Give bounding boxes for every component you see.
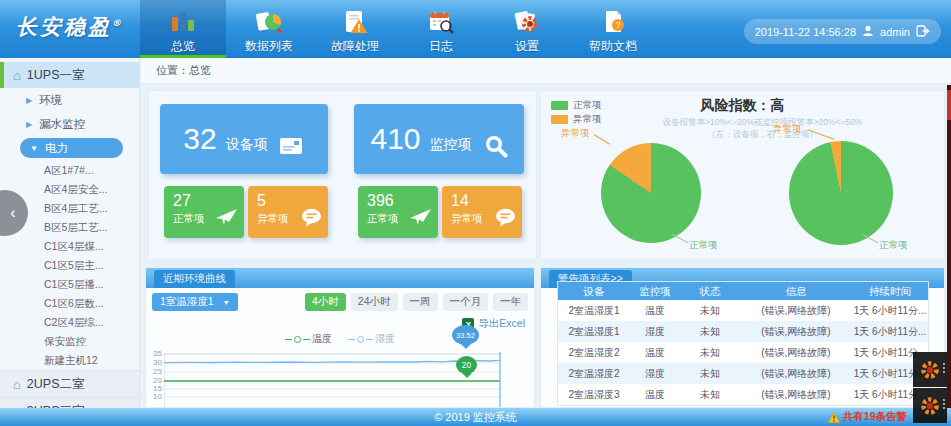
settings-gear-icon bbox=[512, 6, 542, 38]
monitor-count-card[interactable]: 410 监控项 bbox=[354, 104, 524, 174]
trend-panel-header: 近期环境曲线 bbox=[146, 268, 534, 288]
device-count-card[interactable]: 32 设备项 bbox=[160, 104, 328, 174]
sidebar-group-1ups[interactable]: ⌂ 1UPS一室 bbox=[0, 62, 139, 88]
column-header: 信息 bbox=[740, 282, 852, 300]
magnifier-icon bbox=[483, 134, 508, 158]
gear-icon bbox=[919, 395, 941, 417]
column-header: 监控项 bbox=[630, 282, 680, 300]
sidebar-leaf[interactable]: 新建主机12 bbox=[0, 351, 139, 370]
range-button-4h[interactable]: 4小时 bbox=[305, 293, 346, 311]
alerts-panel: 警告项列表>> 设备 监控项 状态 信息 持续时间 2室温湿度1 温度 未知 (… bbox=[540, 267, 945, 408]
table-row[interactable]: 2室温湿度1 温度 未知 (错误,网络故障) 1天 6小时11分... bbox=[558, 300, 928, 321]
device-count-label: 设备项 bbox=[226, 136, 268, 154]
range-button-month[interactable]: 一个月 bbox=[443, 293, 489, 311]
device-count: 32 bbox=[183, 122, 216, 156]
monitor-risk-pie[interactable] bbox=[789, 141, 893, 245]
humidity-value-pin: 33.52 bbox=[452, 325, 479, 345]
sidebar-branch-power-selected[interactable]: ▼ 电力 bbox=[20, 138, 123, 158]
device-card-icon bbox=[279, 136, 305, 156]
table-row[interactable]: 2室温湿度1 湿度 未知 (错误,网络故障) 1天 6小时11分... bbox=[558, 321, 928, 342]
legend-temperature[interactable]: 温度 bbox=[285, 332, 332, 346]
trend-line-chart[interactable] bbox=[164, 350, 504, 408]
trend-panel: 近期环境曲线 1室温湿度1 ▼ 4小时 24小时 一周 一个月 一年 X 导出E… bbox=[145, 267, 535, 408]
overlay-gear-widget-bottom[interactable] bbox=[913, 388, 947, 423]
device-risk-pie[interactable] bbox=[601, 143, 701, 243]
cell-monitor: 温度 bbox=[630, 342, 680, 363]
monitor-abnormal-count: 14 bbox=[451, 193, 522, 209]
nav-tab-label: 数据列表 bbox=[245, 38, 293, 54]
monitor-abnormal-card[interactable]: 14 异常项 bbox=[442, 186, 522, 238]
fault-document-icon bbox=[340, 6, 370, 38]
nav-tab-logs[interactable]: 日志 bbox=[398, 0, 484, 58]
overlay-gear-widget-top[interactable] bbox=[913, 352, 947, 387]
user-icon bbox=[862, 25, 874, 38]
legend-humidity[interactable]: 湿度 bbox=[348, 332, 395, 346]
nav-tab-label: 日志 bbox=[429, 38, 453, 54]
nav-tab-label: 故障处理 bbox=[331, 38, 379, 54]
sidebar-leaf[interactable]: C2区4层综... bbox=[0, 313, 139, 332]
table-row[interactable]: 2室温湿度3 温度 未知 (错误,网络故障) 1天 6小时11分... bbox=[558, 384, 928, 405]
sidebar-leaf[interactable]: 保安监控 bbox=[0, 332, 139, 351]
sidebar-branch-label: 漏水监控 bbox=[39, 117, 85, 132]
cell-info: (错误,网络故障) bbox=[740, 321, 852, 342]
cell-monitor: 温度 bbox=[630, 300, 680, 321]
monitor-normal-count: 396 bbox=[367, 193, 438, 209]
range-button-week[interactable]: 一周 bbox=[403, 293, 438, 311]
device-normal-card[interactable]: 27 正常项 bbox=[164, 186, 244, 238]
sensor-select-dropdown[interactable]: 1室温湿度1 ▼ bbox=[152, 293, 238, 311]
range-button-24h[interactable]: 24小时 bbox=[351, 293, 398, 311]
nav-tab-settings[interactable]: 设置 bbox=[484, 0, 570, 58]
sidebar-group-2ups[interactable]: ⌂ 2UPS二室 bbox=[0, 370, 139, 397]
username-text[interactable]: admin bbox=[880, 26, 910, 38]
cell-device: 2室温湿度2 bbox=[558, 363, 630, 384]
alert-summary[interactable]: 共有19条告警 bbox=[828, 410, 907, 424]
range-button-year[interactable]: 一年 bbox=[493, 293, 528, 311]
export-excel-label: 导出Excel bbox=[478, 317, 525, 331]
sidebar-leaf[interactable]: C1区5层主... bbox=[0, 256, 139, 275]
pie-callout-abnormal: 异常项 bbox=[561, 127, 590, 140]
footer-bar: © 2019 监控系统 共有19条告警 bbox=[0, 408, 951, 426]
sidebar-leaf[interactable]: A区1#7#... bbox=[0, 161, 139, 180]
table-row[interactable]: 2室温湿度2 温度 未知 (错误,网络故障) 1天 6小时11分... bbox=[558, 342, 928, 363]
sidebar-branch-leak-monitor[interactable]: ▶ 漏水监控 bbox=[0, 112, 139, 136]
risk-index-note: （左：设备项，右：监控项） bbox=[581, 129, 944, 141]
nav-tab-overview[interactable]: 总览 bbox=[140, 0, 226, 58]
gear-icon bbox=[919, 359, 941, 381]
nav-tab-label: 帮助文档 bbox=[589, 38, 637, 54]
monitor-normal-card[interactable]: 396 正常项 bbox=[358, 186, 438, 238]
sidebar-leaf[interactable]: C1区5层播... bbox=[0, 275, 139, 294]
right-edge-strip bbox=[947, 85, 951, 408]
calendar-log-icon bbox=[426, 6, 456, 38]
sidebar-branch-environment[interactable]: ▶ 环境 bbox=[0, 88, 139, 112]
home-icon: ⌂ bbox=[13, 378, 21, 391]
device-abnormal-card[interactable]: 5 异常项 bbox=[248, 186, 328, 238]
table-row[interactable]: 2室温湿度2 湿度 未知 (错误,网络故障) 1天 6小时11分... bbox=[558, 363, 928, 384]
logout-icon[interactable] bbox=[916, 25, 930, 39]
sidebar-group-3ups[interactable]: ⌂ 3UPS三室 bbox=[0, 397, 139, 408]
breadcrumb: 位置：总览 bbox=[141, 58, 951, 84]
column-header: 状态 bbox=[680, 282, 740, 300]
column-header: 持续时间 bbox=[852, 282, 928, 300]
cell-monitor: 湿度 bbox=[630, 363, 680, 384]
nav-tab-help-docs[interactable]: ? 帮助文档 bbox=[570, 0, 656, 58]
cell-status: 未知 bbox=[680, 300, 740, 321]
risk-index-rule: 设备报警率>10%<=20%或监控项报警率>20%<=50% bbox=[581, 117, 944, 129]
sidebar-leaf[interactable]: C1区4层煤... bbox=[0, 237, 139, 256]
nav-tab-data-list[interactable]: 数据列表 bbox=[226, 0, 312, 58]
cell-info: (错误,网络故障) bbox=[740, 384, 852, 405]
temperature-value-pin: 20 bbox=[456, 356, 477, 374]
alerts-table-header-row: 设备 监控项 状态 信息 持续时间 bbox=[558, 282, 928, 300]
chevron-right-icon: ▶ bbox=[26, 120, 32, 129]
dashboard-screen: 长安稳盈® 总览 数据列表 故障处理 bbox=[0, 0, 951, 426]
trend-panel-title: 近期环境曲线 bbox=[154, 270, 235, 288]
chevron-down-icon: ▼ bbox=[30, 144, 38, 153]
y-axis-tick: 10 bbox=[148, 392, 162, 402]
risk-index-title: 风险指数：高 bbox=[541, 97, 944, 115]
nav-tab-fault-handling[interactable]: 故障处理 bbox=[312, 0, 398, 58]
sidebar-leaf[interactable]: C1区6层数... bbox=[0, 294, 139, 313]
right-edge-strip-red bbox=[947, 90, 951, 120]
chat-bubble-icon bbox=[495, 208, 517, 231]
main-nav: 总览 数据列表 故障处理 日志 bbox=[140, 0, 656, 58]
cell-monitor: 温度 bbox=[630, 384, 680, 405]
copyright-text: © 2019 监控系统 bbox=[434, 410, 517, 425]
